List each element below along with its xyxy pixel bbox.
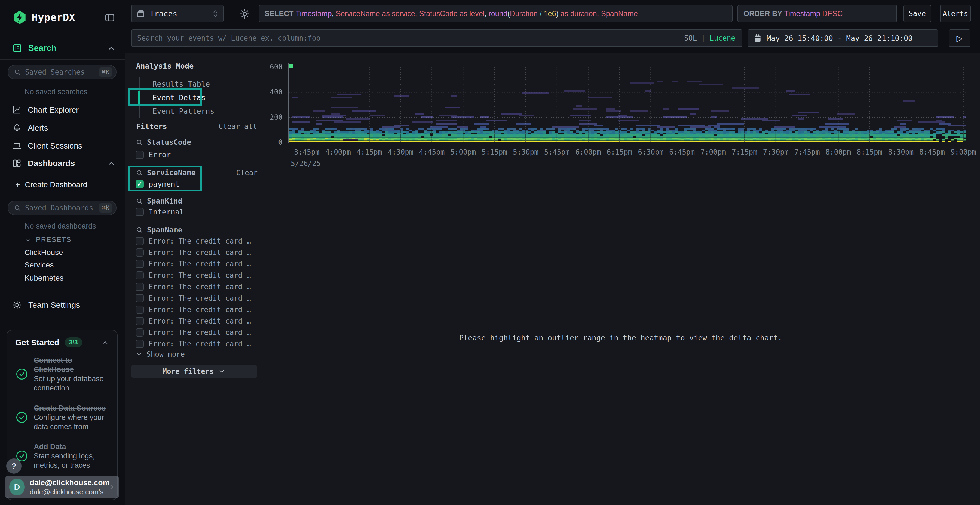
get-started-step[interactable]: Add DataStart sending logs, metrics, or … xyxy=(15,442,109,470)
checkbox-unchecked[interactable] xyxy=(135,151,144,159)
source-settings-gear-icon[interactable] xyxy=(239,8,250,20)
bell-icon xyxy=(12,123,22,133)
chevron-up-icon[interactable] xyxy=(107,159,115,167)
source-select[interactable]: Traces xyxy=(131,5,224,22)
calendar-icon xyxy=(754,34,762,43)
analysis-mode-event-deltas[interactable]: Event Deltas xyxy=(153,93,205,102)
filter-option-internal[interactable]: Internal xyxy=(135,208,184,216)
checkbox-unchecked[interactable] xyxy=(135,283,144,291)
preset-item-clickhouse[interactable]: ClickHouse xyxy=(24,248,63,257)
sql-token: round xyxy=(488,10,508,18)
sidebar-item-client-sessions[interactable]: Client Sessions xyxy=(12,141,115,151)
checkbox-unchecked[interactable] xyxy=(135,237,144,245)
show-more-button[interactable]: Show more xyxy=(135,350,185,358)
clear-all-button[interactable]: Clear all xyxy=(215,122,257,130)
saved-searches-placeholder: Saved Searches xyxy=(25,68,85,76)
saved-dashboards-input[interactable]: Saved Dashboards ⌘K xyxy=(8,200,116,215)
filter-option-error[interactable]: Error xyxy=(135,151,171,159)
search-icon[interactable] xyxy=(135,169,143,176)
language-sql[interactable]: SQL xyxy=(684,34,697,42)
show-more-label: Show more xyxy=(146,350,185,358)
get-started-step[interactable]: Create Data SourcesConfigure where your … xyxy=(15,403,109,431)
sql-token: 1e6 xyxy=(544,10,556,18)
checkbox-unchecked[interactable] xyxy=(135,294,144,302)
language-toggle[interactable]: SQL | Lucene xyxy=(684,34,735,42)
dashboards-icon xyxy=(12,158,22,168)
database-icon xyxy=(136,9,145,18)
filter-option-spanname[interactable]: Error: The credit card … xyxy=(135,317,251,325)
presets-toggle[interactable]: PRESETS xyxy=(24,236,72,243)
time-range-picker[interactable]: May 26 15:40:00 - May 26 21:10:00 xyxy=(748,29,938,47)
checkbox-unchecked[interactable] xyxy=(135,208,144,216)
checkbox-checked[interactable]: ✓ xyxy=(135,180,144,188)
save-button[interactable]: Save xyxy=(903,5,931,22)
collapse-sidebar-icon[interactable] xyxy=(104,12,115,24)
heatmap-canvas[interactable] xyxy=(289,63,966,142)
sql-token: / xyxy=(538,10,544,18)
filter-option-spanname[interactable]: Error: The credit card … xyxy=(135,294,251,302)
search-icon[interactable] xyxy=(135,197,143,205)
language-lucene[interactable]: Lucene xyxy=(710,34,735,42)
get-started-card: Get Started 3/3 Connect to ClickHouseSet… xyxy=(6,330,118,500)
create-dashboard-button[interactable]: + Create Dashboard xyxy=(15,180,87,189)
analysis-mode-event-patterns[interactable]: Event Patterns xyxy=(153,107,215,115)
search-icon xyxy=(14,204,21,212)
filter-option-payment[interactable]: ✓ payment xyxy=(135,180,180,188)
checkbox-unchecked[interactable] xyxy=(135,329,144,337)
filter-option-label: Error: The credit card … xyxy=(149,237,251,245)
sidebar-item-chart-explorer[interactable]: Chart Explorer xyxy=(12,105,115,115)
filter-option-spanname[interactable]: Error: The credit card … xyxy=(135,248,251,257)
filter-option-spanname[interactable]: Error: The credit card … xyxy=(135,329,251,337)
checkbox-unchecked[interactable] xyxy=(135,306,144,314)
analysis-mode-results-table[interactable]: Results Table xyxy=(153,80,210,88)
filter-group-spankind: SpanKind xyxy=(135,197,182,205)
checkbox-unchecked[interactable] xyxy=(135,248,144,257)
search-input[interactable]: Search your events w/ Lucene ex. column:… xyxy=(131,29,742,47)
filter-option-spanname[interactable]: Error: The credit card … xyxy=(135,283,251,291)
app-root: Traces SELECT Timestamp, ServiceName as … xyxy=(0,0,980,505)
chevron-up-icon[interactable] xyxy=(107,44,115,52)
filter-option-label: Error: The credit card … xyxy=(149,260,251,268)
help-button[interactable]: ? xyxy=(6,459,22,474)
sidebar-item-alerts[interactable]: Alerts xyxy=(12,123,115,133)
y-axis-line xyxy=(288,63,288,143)
filter-option-spanname[interactable]: Error: The credit card … xyxy=(135,237,251,245)
chevron-down-icon xyxy=(135,351,143,358)
more-filters-label: More filters xyxy=(162,367,214,375)
checkbox-unchecked[interactable] xyxy=(135,340,144,348)
user-menu[interactable]: D dale@clickhouse.com dale@clickhouse.co… xyxy=(5,476,119,499)
search-icon[interactable] xyxy=(135,138,143,146)
sql-orderby-input[interactable]: ORDER BY Timestamp DESC xyxy=(737,5,897,22)
preset-item-services[interactable]: Services xyxy=(24,260,54,269)
sql-token: ) xyxy=(556,10,558,18)
filter-option-spanname[interactable]: Error: The credit card … xyxy=(135,340,251,348)
filter-option-label: Internal xyxy=(149,208,184,216)
check-circle-icon xyxy=(15,368,28,381)
filter-option-spanname[interactable]: Error: The credit card … xyxy=(135,271,251,279)
sql-select-input[interactable]: SELECT Timestamp, ServiceName as service… xyxy=(259,5,733,22)
saved-searches-input[interactable]: Saved Searches ⌘K xyxy=(8,65,116,79)
filter-option-spanname[interactable]: Error: The credit card … xyxy=(135,260,251,268)
preset-item-kubernetes[interactable]: Kubernetes xyxy=(24,274,64,283)
sidebar-item-team-settings[interactable]: Team Settings xyxy=(12,300,115,310)
get-started-step[interactable]: Connect to ClickHouseSet up your databas… xyxy=(15,356,109,392)
sql-token: SpanName xyxy=(601,10,638,18)
filters-panel: Analysis Mode Results TableEvent DeltasE… xyxy=(125,53,261,505)
sidebar-item-search[interactable]: Search xyxy=(12,43,115,53)
checkbox-unchecked[interactable] xyxy=(135,260,144,268)
search-icon[interactable] xyxy=(135,226,143,234)
y-tick-label: 600 xyxy=(261,63,283,71)
run-query-button[interactable]: ▷ xyxy=(949,29,970,47)
sidebar-item-dashboards[interactable]: Dashboards xyxy=(12,158,115,168)
hyperdx-logo-icon xyxy=(12,10,27,25)
filter-option-spanname[interactable]: Error: The credit card … xyxy=(135,306,251,314)
clear-filter-button[interactable]: Clear xyxy=(231,169,258,177)
sidebar-item-dashboards-label: Dashboards xyxy=(28,159,75,168)
alerts-button[interactable]: Alerts xyxy=(940,5,971,22)
checkbox-unchecked[interactable] xyxy=(135,271,144,279)
y-tick-label: 0 xyxy=(261,138,283,147)
chevron-up-icon[interactable] xyxy=(101,339,109,346)
get-started-step-subtitle: Configure where your data comes from xyxy=(34,413,109,431)
checkbox-unchecked[interactable] xyxy=(135,317,144,325)
more-filters-button[interactable]: More filters xyxy=(131,365,257,378)
